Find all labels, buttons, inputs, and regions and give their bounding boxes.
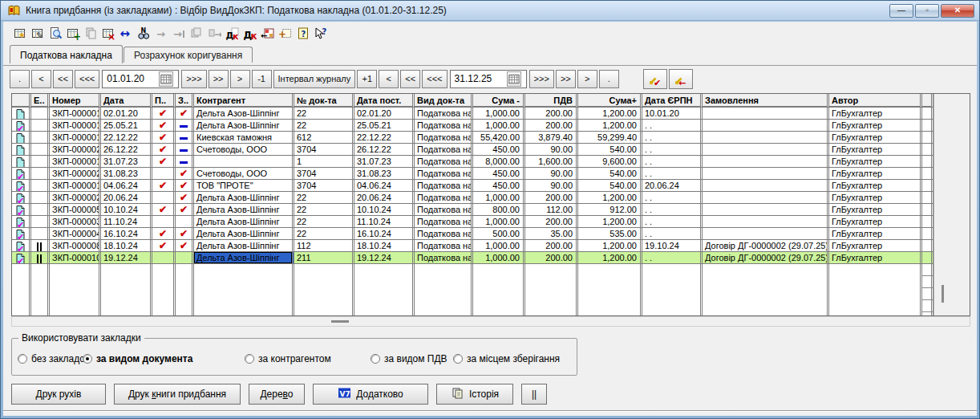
cell-vat[interactable]: 200.00 xyxy=(525,252,578,264)
nav-fwd-button-1[interactable]: >> xyxy=(209,70,229,88)
cell-author[interactable]: ГлБухгалтер xyxy=(829,120,922,132)
table-row[interactable]: ЗКП-00000131.07.23✔131.07.23Податкова на… xyxy=(12,156,933,168)
cell-number[interactable]: ЗКП-000010 xyxy=(50,252,101,264)
cell-e[interactable] xyxy=(31,156,50,168)
close-button[interactable]: ✕ xyxy=(941,4,974,18)
nav-back2-button-3[interactable]: <<< xyxy=(422,70,447,88)
col-header-erpn_date[interactable]: Дата ЄРПН xyxy=(642,94,703,108)
cell-z[interactable]: ✔ xyxy=(176,228,194,240)
cell-e[interactable] xyxy=(31,144,50,156)
radio-за-місцем-зберігання[interactable]: за місцем зберігання xyxy=(453,353,560,364)
cell-doc_no[interactable]: 3704 xyxy=(294,144,354,156)
radio-circle-icon[interactable] xyxy=(245,354,254,364)
cell-number[interactable]: ЗКП-000002 xyxy=(50,192,101,204)
cell-e[interactable] xyxy=(31,108,50,120)
cell-icon[interactable]: ✔ xyxy=(12,228,31,240)
cell-sum_minus[interactable]: 55,420.00 xyxy=(473,132,525,144)
fit-width-icon[interactable]: ↔ xyxy=(117,25,135,41)
cell-date_post[interactable]: 04.06.24 xyxy=(354,180,415,192)
nav-fwd-button-3[interactable]: -1 xyxy=(252,70,272,88)
cell-z[interactable] xyxy=(176,144,194,156)
table-row[interactable]: ЗКП-00000102.01.20✔✔Дельта Азов-Шіппінг2… xyxy=(12,108,933,120)
cell-date[interactable]: 18.10.24 xyxy=(101,240,152,252)
cell-sum_minus[interactable]: 450.00 xyxy=(473,144,525,156)
cell-vat[interactable]: 3,879.40 xyxy=(525,132,578,144)
cell-p[interactable]: ✔ xyxy=(152,156,176,168)
cell-date_post[interactable]: 22.12.22 xyxy=(354,132,415,144)
cell-sum_minus[interactable]: 1,000.00 xyxy=(473,108,525,120)
col-header-doc_type[interactable]: Вид док-та xyxy=(415,94,473,108)
cell-_stub[interactable] xyxy=(922,252,933,264)
cell-icon[interactable]: ✔ xyxy=(12,240,31,252)
cell-vat[interactable]: 200.00 xyxy=(525,108,578,120)
table-row[interactable]: ✔ЗКП-00000818.10.24✔✔Дельта Азов-Шіппінг… xyxy=(12,240,933,252)
table-row[interactable]: ✔ЗКП-00001019.12.24Дельта Азов-Шіппінг21… xyxy=(12,252,933,264)
cell-erpn_date[interactable]: . . xyxy=(642,156,703,168)
dk-open-icon[interactable]: Дк xyxy=(223,25,241,41)
vertical-scrollbar[interactable] xyxy=(933,94,970,315)
cell-icon[interactable]: ✔ xyxy=(12,120,31,132)
cell-icon[interactable] xyxy=(12,144,31,156)
cell-vat[interactable]: 35.00 xyxy=(525,228,578,240)
cell-erpn_date[interactable]: . . xyxy=(642,168,703,180)
cell-erpn_date[interactable]: . . xyxy=(642,204,703,216)
cell-sum_plus[interactable]: 59,299.40 xyxy=(578,132,642,144)
cell-sum_plus[interactable]: 1,200.00 xyxy=(578,252,642,264)
cell-doc_type[interactable]: Податкова накладна xyxy=(415,120,473,132)
cell-order[interactable] xyxy=(703,168,829,180)
nav-back-button-2[interactable]: << xyxy=(53,70,73,88)
cell-p[interactable] xyxy=(152,216,176,228)
cell-contragent[interactable]: Дельта Азов-Шіппінг xyxy=(194,108,294,120)
cell-author[interactable]: ГлБухгалтер xyxy=(829,132,922,144)
cell-sum_minus[interactable]: 1,000.00 xyxy=(473,120,525,132)
cell-date_post[interactable]: 31.07.23 xyxy=(354,156,415,168)
horizontal-scroll-thumb[interactable] xyxy=(331,320,349,323)
cell-order[interactable] xyxy=(703,156,829,168)
minimize-button[interactable]: — xyxy=(889,4,913,18)
cell-author[interactable]: ГлБухгалтер xyxy=(829,228,922,240)
cell-author[interactable]: ГлБухгалтер xyxy=(829,240,922,252)
cell-order[interactable] xyxy=(703,204,829,216)
col-header-icon[interactable] xyxy=(12,94,31,108)
cell-date[interactable]: 19.12.24 xyxy=(101,252,152,264)
cell-_stub[interactable] xyxy=(922,240,933,252)
cell-order[interactable] xyxy=(703,120,829,132)
cell-date[interactable]: 22.12.22 xyxy=(101,132,152,144)
cell-doc_no[interactable]: 22 xyxy=(294,228,354,240)
col-header-contragent[interactable]: Контрагент xyxy=(194,94,294,108)
cell-contragent[interactable] xyxy=(194,156,294,168)
cell-p[interactable]: ✔ xyxy=(152,132,176,144)
cell-order[interactable] xyxy=(703,216,829,228)
cell-doc_type[interactable]: Податкова накладна xyxy=(415,228,473,240)
cell-doc_no[interactable]: 112 xyxy=(294,240,354,252)
cell-date[interactable]: 16.10.24 xyxy=(101,228,152,240)
cell-p[interactable]: ✔ xyxy=(152,204,176,216)
cell-doc_type[interactable]: Податкова накладна xyxy=(415,180,473,192)
cell-date_post[interactable]: 10.10.24 xyxy=(354,204,415,216)
cell-sum_plus[interactable]: 1,200.00 xyxy=(578,108,642,120)
cell-order[interactable] xyxy=(703,144,829,156)
cell-_stub[interactable] xyxy=(922,120,933,132)
nav-fwd-button-2[interactable]: > xyxy=(230,70,250,88)
cell-date_post[interactable]: 11.10.24 xyxy=(354,216,415,228)
cell-sum_minus[interactable]: 450.00 xyxy=(473,180,525,192)
cell-_stub[interactable] xyxy=(922,192,933,204)
cell-contragent[interactable]: Киевская таможня xyxy=(194,132,294,144)
cell-doc_type[interactable]: Податкова накладна xyxy=(415,168,473,180)
cell-erpn_date[interactable]: . . xyxy=(642,132,703,144)
cell-contragent[interactable]: Счетоводы, ООО xyxy=(194,144,294,156)
cell-vat[interactable]: 200.00 xyxy=(525,216,578,228)
cell-erpn_date[interactable]: . . xyxy=(642,144,703,156)
cell-p[interactable] xyxy=(152,192,176,204)
cell-date[interactable]: 31.08.23 xyxy=(101,168,152,180)
table-row[interactable]: ✔ЗКП-00000416.10.24✔✔Дельта Азов-Шіппінг… xyxy=(12,228,933,240)
cell-contragent[interactable]: Дельта Азов-Шіппінг xyxy=(194,192,294,204)
cell-p[interactable]: ✔ xyxy=(152,108,176,120)
cell-e[interactable] xyxy=(31,216,50,228)
cell-z[interactable]: ✔ xyxy=(176,204,194,216)
cell-z[interactable]: ✔ xyxy=(176,168,194,180)
cell-author[interactable]: ГлБухгалтер xyxy=(829,216,922,228)
cell-p[interactable]: ✔ xyxy=(152,228,176,240)
cell-doc_no[interactable]: 1 xyxy=(294,156,354,168)
calendar-icon[interactable] xyxy=(507,71,521,87)
